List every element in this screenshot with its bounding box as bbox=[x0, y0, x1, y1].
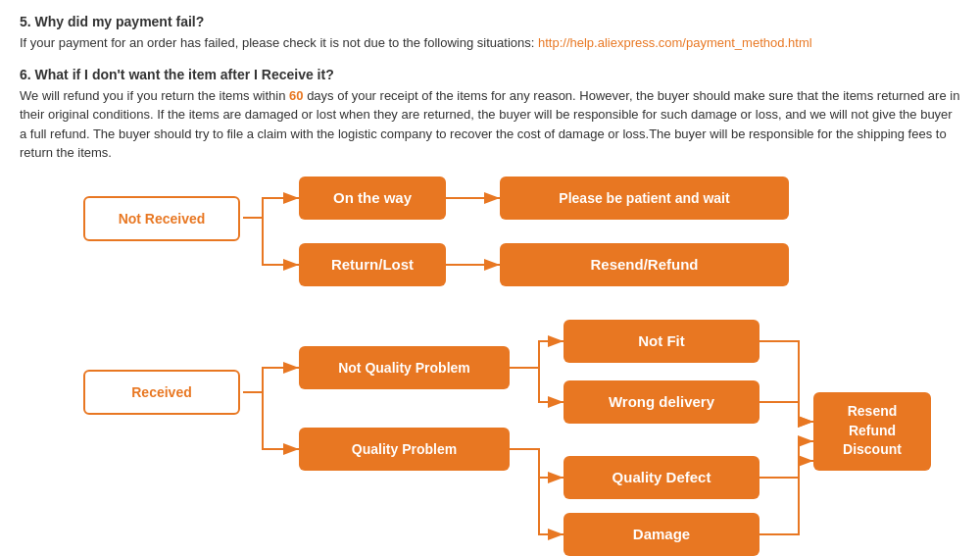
please-wait-box: Please be patient and wait bbox=[500, 177, 789, 220]
flowchart: Not Received On the way Return/Lost Plea… bbox=[20, 177, 960, 557]
on-the-way-box: On the way bbox=[299, 177, 446, 220]
section6-title: 6. What if I don't want the item after I… bbox=[20, 67, 960, 82]
section5-title: 5. Why did my payment fail? bbox=[20, 14, 960, 29]
damage-box: Damage bbox=[564, 513, 760, 556]
not-quality-problem-box: Not Quality Problem bbox=[299, 346, 510, 389]
resend-refund-top-box: Resend/Refund bbox=[500, 243, 789, 286]
section5-body: If your payment for an order has failed,… bbox=[20, 33, 960, 53]
return-lost-box: Return/Lost bbox=[299, 243, 446, 286]
not-fit-box: Not Fit bbox=[564, 320, 760, 363]
payment-link[interactable]: http://help.aliexpress.com/payment_metho… bbox=[538, 35, 812, 50]
not-received-box: Not Received bbox=[83, 196, 240, 241]
quality-problem-box: Quality Problem bbox=[299, 428, 510, 471]
resend-refund-discount-box: Resend Refund Discount bbox=[813, 392, 931, 471]
quality-defect-box: Quality Defect bbox=[564, 456, 760, 499]
received-box: Received bbox=[83, 370, 240, 415]
wrong-delivery-box: Wrong delivery bbox=[564, 380, 760, 424]
section6-body: We will refund you if you return the ite… bbox=[20, 86, 960, 163]
